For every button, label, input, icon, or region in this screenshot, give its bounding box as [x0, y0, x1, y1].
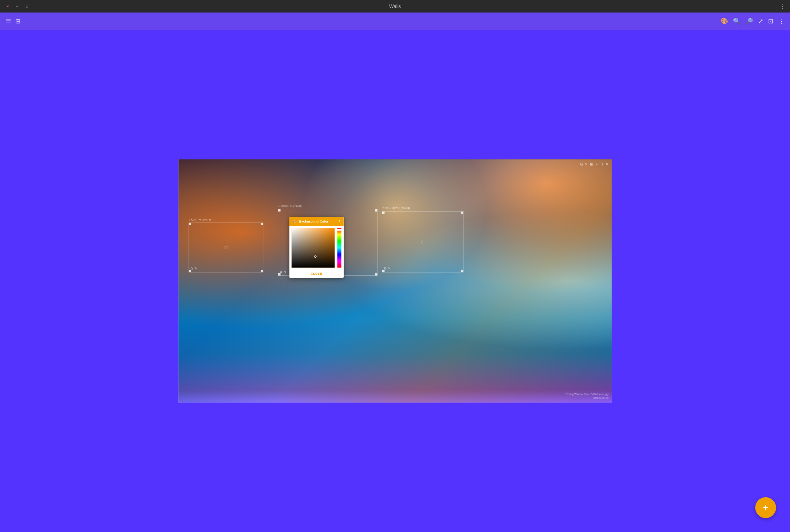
saturation-value-area[interactable] [292, 228, 335, 268]
title-bar-right: ⋮ [780, 2, 786, 10]
monitor-3-copy-icon[interactable]: ⧉ [384, 266, 386, 270]
zoom-out-icon[interactable]: 🔎 [745, 17, 753, 25]
hue-slider[interactable] [337, 228, 341, 268]
monitor-2-handle-tl[interactable] [278, 209, 280, 212]
monitor-1-handle-br[interactable] [261, 270, 263, 272]
canvas-edit-icon[interactable]: ✎ [585, 162, 588, 166]
monitor-1-actions: ⧉ ✎ [191, 266, 197, 270]
filename-dimensions: 3840x2160 px [565, 396, 608, 400]
window-maximize-button[interactable]: □ [24, 3, 31, 10]
main-canvas-area: ⧉ ✎ ⊞ ↔ T ✕ 3:Q22 TM (48x28) □ ⧉ ✎ 1:XB3… [0, 30, 790, 532]
toolbar-overflow-icon[interactable]: ⋮ [778, 17, 784, 25]
toolbar-left: ☰ ⊞ [6, 17, 21, 25]
zoom-in-icon[interactable]: 🔍 [733, 17, 741, 25]
monitor-3-edit-icon[interactable]: ✎ [388, 266, 390, 270]
saturation-thumb[interactable] [314, 256, 316, 258]
canvas-crop-icon[interactable]: ⊞ [590, 162, 593, 166]
dialog-header: 🎨 Background Color ↺ [289, 217, 343, 226]
filename-label: 'Rolling-Waves-Ultra-HD-Wallpaper.jpg' 3… [565, 392, 608, 400]
monitor-2-handle-br[interactable] [375, 273, 377, 276]
canvas-close-icon[interactable]: ✕ [606, 162, 608, 166]
monitor-2-edit-icon[interactable]: ✎ [284, 270, 286, 274]
dialog-title-text: Background Color [299, 219, 328, 223]
title-bar-controls: ✕ − □ [4, 3, 31, 10]
wallpaper-container: ⧉ ✎ ⊞ ↔ T ✕ 3:Q22 TM (48x28) □ ⧉ ✎ 1:XB3… [178, 159, 612, 403]
monitor-3[interactable]: 2:DELL U2711 (60x34) □ ⧉ ✎ [382, 211, 463, 273]
monitor-1-edit-icon[interactable]: ✎ [194, 266, 197, 270]
fit-screen-icon[interactable]: ⤢ [758, 17, 763, 25]
dialog-reset-icon[interactable]: ↺ [337, 219, 340, 224]
monitor-3-center-icon: □ [421, 239, 424, 244]
app-toolbar: ☰ ⊞ 🎨 🔍 🔎 ⤢ ⊡ ⋮ [0, 13, 790, 30]
window-title: Walls [389, 3, 401, 9]
hue-slider-thumb[interactable] [337, 229, 342, 231]
fab-add-button[interactable]: + [755, 497, 776, 518]
dialog-palette-icon: 🎨 [292, 219, 297, 224]
window-close-button[interactable]: ✕ [4, 3, 11, 10]
monitor-1-handle-tr[interactable] [261, 223, 263, 225]
filename-text: 'Rolling-Waves-Ultra-HD-Wallpaper.jpg' [565, 392, 608, 396]
hamburger-menu-icon[interactable]: ☰ [6, 17, 11, 25]
fab-icon: + [763, 502, 768, 513]
title-bar: ✕ − □ Walls ⋮ [0, 0, 790, 13]
monitor-2-label: 1:XB321HK (71x40) [278, 204, 302, 208]
wave-overlay [178, 159, 612, 402]
color-picker-area [289, 226, 343, 270]
toolbar-right: 🎨 🔍 🔎 ⤢ ⊡ ⋮ [720, 17, 784, 25]
monitor-2-handle-tr[interactable] [375, 209, 377, 212]
dialog-close-button[interactable]: CLOSE [289, 270, 343, 278]
canvas-copy-icon[interactable]: ⧉ [580, 162, 582, 166]
monitor-3-label: 2:DELL U2711 (60x34) [382, 207, 409, 210]
window-minimize-button[interactable]: − [14, 3, 21, 10]
grid-view-icon[interactable]: ⊞ [15, 17, 21, 25]
monitor-1-center-icon: □ [224, 245, 227, 250]
monitor-3-handle-tr[interactable] [461, 211, 463, 214]
fullscreen-icon[interactable]: ⊡ [768, 17, 773, 25]
monitor-2-copy-icon[interactable]: ⧉ [280, 270, 282, 274]
canvas-stretch-icon[interactable]: ↔ [595, 162, 599, 166]
monitor-3-handle-tl[interactable] [382, 211, 384, 214]
monitor-3-actions: ⧉ ✎ [384, 266, 390, 270]
monitor-2-actions: ⧉ ✎ [280, 270, 286, 274]
dialog-title: 🎨 Background Color [292, 219, 328, 224]
monitor-1-handle-tl[interactable] [189, 223, 191, 225]
overflow-menu-icon[interactable]: ⋮ [780, 2, 786, 10]
monitor-1-label: 3:Q22 TM (48x28) [189, 218, 211, 221]
background-color-dialog: 🎨 Background Color ↺ CLOSE [289, 217, 343, 278]
canvas-text-icon[interactable]: T [601, 162, 603, 166]
monitor-3-handle-br[interactable] [461, 270, 463, 272]
monitor-1[interactable]: 3:Q22 TM (48x28) □ ⧉ ✎ [189, 223, 263, 272]
color-picker-wrapper[interactable] [292, 228, 341, 268]
palette-icon[interactable]: 🎨 [720, 17, 728, 25]
canvas-toolbar: ⧉ ✎ ⊞ ↔ T ✕ [580, 162, 608, 166]
monitor-1-copy-icon[interactable]: ⧉ [191, 266, 193, 270]
